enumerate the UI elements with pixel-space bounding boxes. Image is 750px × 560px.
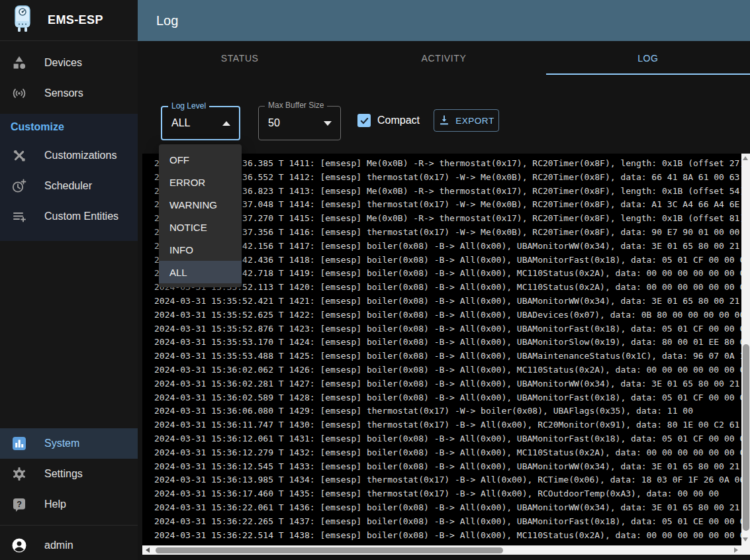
- log-level-menu: OFF ERROR WARNING NOTICE INFO ALL: [159, 144, 242, 287]
- log-line: 2024-03-31 15:35:36.552 T 1412: [emsesp]…: [154, 171, 741, 185]
- tab-activity[interactable]: ACTIVITY: [342, 41, 545, 75]
- log-level-label: Log Level: [168, 101, 209, 111]
- sensors-icon: [11, 85, 27, 101]
- log-line: 2024-03-31 15:35:37.048 T 1414: [emsesp]…: [154, 198, 741, 212]
- menu-option-all[interactable]: ALL: [159, 261, 242, 283]
- sidebar-item-label: Help: [44, 498, 66, 510]
- customize-section: Customize Customizations: [0, 114, 138, 241]
- log-line: 2024-03-31 15:35:42.156 T 1417: [emsesp]…: [154, 240, 741, 254]
- log-line: 2024-03-31 15:35:42.718 T 1419: [emsesp]…: [154, 267, 741, 281]
- log-line: 2024-03-31 15:36:12.545 T 1433: [emsesp]…: [154, 460, 741, 474]
- gear-icon: [11, 466, 27, 482]
- menu-option-notice[interactable]: NOTICE: [159, 216, 242, 238]
- sidebar-item-custom-entities[interactable]: Custom Entities: [0, 201, 138, 232]
- boiler-logo-icon: [12, 5, 33, 36]
- log-line: 2024-03-31 15:35:53.488 T 1425: [emsesp]…: [154, 350, 741, 363]
- caret-down-icon: [324, 121, 332, 126]
- sidebar-item-devices[interactable]: Devices: [0, 48, 138, 78]
- tab-bar: STATUS ACTIVITY LOG: [138, 41, 750, 75]
- log-line: 2024-03-31 15:36:22.061 T 1436: [emsesp]…: [154, 501, 741, 515]
- log-line: 2024-03-31 15:35:37.270 T 1415: [emsesp]…: [154, 212, 741, 226]
- log-line: 2024-03-31 15:35:42.436 T 1418: [emsesp]…: [154, 254, 741, 267]
- log-line: 2024-03-31 15:35:37.356 T 1416: [emsesp]…: [154, 226, 741, 240]
- sidebar-item-help[interactable]: ? Help: [0, 489, 138, 520]
- log-level-value: ALL: [171, 117, 190, 129]
- tab-log-label: LOG: [637, 53, 658, 64]
- active-tab-indicator: [546, 73, 750, 75]
- sidebar-item-label: Customizations: [44, 150, 117, 162]
- category-icon: [11, 55, 27, 71]
- max-buffer-select[interactable]: Max Buffer Size 50: [258, 106, 341, 140]
- help-icon: ?: [11, 496, 27, 512]
- tab-log[interactable]: LOG: [546, 41, 750, 75]
- page-title: Log: [156, 13, 178, 28]
- log-line: 2024-03-31 15:35:52.421 T 1421: [emsesp]…: [154, 295, 741, 308]
- scroll-right-arrow-icon[interactable]: [734, 547, 738, 553]
- user-menu-admin[interactable]: admin: [0, 531, 138, 560]
- log-line: 2024-03-31 15:36:12.061 T 1431: [emsesp]…: [154, 432, 741, 446]
- compact-checkbox[interactable]: [357, 114, 371, 127]
- menu-option-warning[interactable]: WARNING: [159, 193, 242, 216]
- sidebar-item-customizations[interactable]: Customizations: [0, 140, 138, 171]
- sidebar-item-label: Custom Entities: [44, 210, 118, 222]
- export-label: EXPORT: [455, 116, 494, 126]
- sidebar: EMS-ESP Devices Sensors Customize: [0, 0, 138, 560]
- user-name: admin: [44, 539, 73, 551]
- account-circle-icon: [11, 537, 27, 553]
- menu-option-error[interactable]: ERROR: [159, 171, 242, 193]
- log-line: 2024-03-31 15:36:02.062 T 1426: [emsesp]…: [154, 363, 741, 377]
- sidebar-item-label: System: [44, 438, 79, 449]
- analytics-icon: [11, 436, 27, 451]
- playlist-add-icon: [11, 209, 27, 224]
- log-line: 2024-03-31 15:36:11.747 T 1430: [emsesp]…: [154, 418, 741, 432]
- sidebar-item-label: Devices: [44, 57, 82, 69]
- sidebar-item-label: Settings: [44, 468, 83, 480]
- compact-label: Compact: [377, 115, 420, 126]
- log-line: 2024-03-31 15:35:53.170 T 1424: [emsesp]…: [154, 336, 741, 350]
- more-time-icon: [11, 178, 27, 194]
- log-line: 2024-03-31 15:35:36.823 T 1413: [emsesp]…: [154, 185, 741, 199]
- construction-icon: [11, 148, 27, 163]
- log-level-select[interactable]: Log Level ALL: [161, 106, 240, 140]
- checkmark-icon: [359, 116, 369, 126]
- scroll-down-arrow-icon[interactable]: [743, 537, 748, 541]
- log-line: 2024-03-31 15:36:22.514 T 1438: [emsesp]…: [154, 529, 741, 543]
- sidebar-divider: [0, 525, 138, 526]
- log-line: 2024-03-31 15:36:02.281 T 1427: [emsesp]…: [154, 377, 741, 391]
- max-buffer-value: 50: [268, 117, 280, 129]
- menu-option-info[interactable]: INFO: [159, 238, 242, 261]
- log-line: 2024-03-31 15:36:17.460 T 1435: [emsesp]…: [154, 487, 741, 501]
- sidebar-item-label: Sensors: [44, 87, 83, 99]
- log-line: 2024-03-31 15:36:22.265 T 1437: [emsesp]…: [154, 515, 741, 529]
- sidebar-item-system[interactable]: System: [0, 428, 138, 459]
- sidebar-item-label: Scheduler: [44, 180, 92, 192]
- svg-text:?: ?: [17, 500, 22, 509]
- log-line: 2024-03-31 15:36:12.279 T 1432: [emsesp]…: [154, 446, 741, 460]
- log-line: 2024-03-31 15:36:06.080 T 1429: [emsesp]…: [154, 404, 741, 418]
- scroll-up-arrow-icon[interactable]: [743, 156, 748, 160]
- caret-up-icon: [222, 121, 230, 126]
- vertical-scrollbar[interactable]: [741, 154, 750, 555]
- sidebar-item-settings[interactable]: Settings: [0, 459, 138, 489]
- download-icon: [438, 115, 450, 126]
- app-title: EMS-ESP: [48, 13, 103, 27]
- horizontal-scrollbar[interactable]: [142, 545, 741, 555]
- export-button[interactable]: EXPORT: [434, 109, 499, 132]
- log-line: 2024-03-31 15:35:36.385 T 1411: [emsesp]…: [154, 157, 741, 171]
- tab-status[interactable]: STATUS: [138, 41, 342, 75]
- horizontal-scrollbar-thumb[interactable]: [156, 547, 503, 553]
- max-buffer-label: Max Buffer Size: [265, 101, 327, 110]
- sidebar-item-sensors[interactable]: Sensors: [0, 78, 138, 109]
- log-line: 2024-03-31 15:35:52.625 T 1422: [emsesp]…: [154, 308, 741, 322]
- scroll-left-arrow-icon[interactable]: [146, 547, 150, 553]
- app-brand: EMS-ESP: [0, 0, 138, 41]
- app-bar: Log: [138, 0, 750, 41]
- vertical-scrollbar-thumb[interactable]: [743, 344, 749, 531]
- menu-option-off[interactable]: OFF: [159, 148, 242, 171]
- log-line: 2024-03-31 15:36:02.589 T 1428: [emsesp]…: [154, 391, 741, 405]
- log-line: 2024-03-31 15:35:52.876 T 1423: [emsesp]…: [154, 322, 741, 336]
- log-line: 2024-03-31 15:36:13.985 T 1434: [emsesp]…: [154, 473, 741, 487]
- log-line: 2024-03-31 15:35:52.113 T 1420: [emsesp]…: [154, 281, 741, 295]
- sidebar-item-scheduler[interactable]: Scheduler: [0, 171, 138, 201]
- customize-heading: Customize: [0, 114, 138, 140]
